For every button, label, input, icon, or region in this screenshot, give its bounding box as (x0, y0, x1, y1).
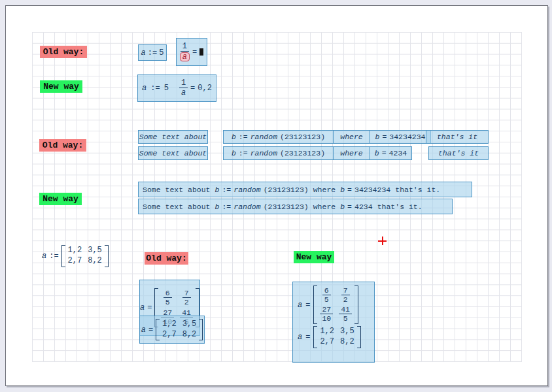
label-old-way-bottom[interactable]: Old way: (145, 252, 188, 265)
var-a: a (142, 84, 147, 93)
math-region-b-random[interactable]: b:=random(23123123) (223, 146, 334, 160)
assign-op: := (49, 252, 58, 261)
result-value: 34234234 (389, 133, 425, 141)
var-b: b (232, 133, 236, 141)
var-b: b (340, 203, 345, 211)
inline-region-row2[interactable]: Some text about b:=random(23123123) wher… (138, 199, 453, 214)
math-region-new-inline[interactable]: a:=5 1 a = 0,2 (137, 74, 216, 102)
matrix-cell: 2,7 (68, 257, 82, 266)
math-region-plain-matrix-overlapping[interactable]: a = 1,2 3,5 2,7 8,2 (139, 316, 205, 344)
value-5: 5 (164, 84, 169, 93)
var-b: b (340, 186, 345, 194)
text-part: where (313, 203, 336, 211)
numerator: 27 (320, 306, 333, 314)
math-part: b:=random(23123123) (215, 186, 309, 194)
assign-op: := (222, 186, 231, 194)
math-region-combined-results[interactable]: a = 65 72 2710 415 a = 1,2 3,5 (292, 282, 375, 363)
text-region[interactable]: Some text about (138, 146, 208, 160)
result-placeholder[interactable] (199, 48, 203, 56)
equals-sign: = (190, 84, 195, 93)
matrix-definition[interactable]: a := 1,2 3,5 2,7 8,2 (42, 245, 109, 267)
fraction: 1 a (180, 42, 190, 61)
var-b: b (375, 133, 379, 141)
matrix-cell: 8,2 (88, 257, 102, 266)
math-region-b-result[interactable]: b=34234234 (370, 130, 431, 144)
equals-sign: = (305, 333, 310, 342)
math-region-fraction-error[interactable]: 1 a = (176, 38, 207, 66)
result-value: 0,2 (198, 84, 212, 93)
equals-sign: = (347, 186, 352, 194)
text-region-overlapping[interactable]: that's it (426, 130, 489, 144)
text-part: that's it. (395, 186, 440, 194)
matrix-cell: 2,7 (320, 338, 334, 347)
bracket-right (105, 245, 109, 267)
var-a: a (141, 325, 146, 335)
assign-op: := (150, 84, 160, 93)
smath-worksheet: { "labels": { "old_top": "Old way:", "ne… (0, 0, 552, 392)
result-row: a = 1,2 3,5 2,7 8,2 (298, 326, 361, 348)
var-a: a (298, 333, 302, 342)
math-part: b=34234234 (340, 186, 390, 194)
math-region-b-random[interactable]: b:=random(23123123) (223, 130, 334, 144)
matrix: 1,2 3,5 2,7 8,2 (156, 319, 203, 341)
text-region[interactable]: where (333, 146, 370, 160)
error-undefined-variable[interactable]: a (180, 52, 190, 62)
text-part: where (313, 186, 336, 194)
equals-sign: = (305, 301, 310, 310)
matrix-cell: 3,5 (182, 320, 197, 329)
equals-sign: = (148, 325, 153, 335)
equals-sign: = (192, 48, 197, 57)
equals-sign: = (347, 203, 352, 211)
text-region[interactable]: that's it (428, 146, 489, 160)
fn-arg: (23123123) (264, 186, 309, 194)
worksheet-page: Old way: a:=5 1 a = New way a:=5 1 a = 0… (5, 5, 548, 386)
math-part: b:=random(23123123) (215, 203, 309, 211)
text-region[interactable]: Some text about (138, 130, 208, 144)
assign-op: := (148, 48, 157, 57)
result-row: a = 65 72 2710 415 (298, 286, 358, 324)
result-value: 4234 (354, 203, 373, 211)
fn-random: random (233, 203, 260, 211)
fn-random: random (233, 186, 260, 194)
numerator: 6 (164, 289, 172, 298)
matrix-cell: 8,2 (182, 331, 197, 340)
text-part: that's it. (377, 203, 423, 211)
assign-op: := (222, 203, 231, 211)
result-value: 4234 (389, 149, 407, 157)
fn-arg: (23123123) (280, 133, 325, 141)
label-new-way-bottom[interactable]: New way (294, 251, 334, 263)
text-part: Some text about (143, 186, 211, 194)
matrix: 1,2 3,5 2,7 8,2 (61, 245, 109, 267)
text-part: Some text about (143, 203, 211, 211)
denominator: 5 (342, 315, 349, 323)
value-5: 5 (159, 48, 164, 57)
label-old-way-mid[interactable]: Old way: (39, 139, 86, 152)
equals-sign: = (382, 149, 387, 157)
var-a: a (141, 48, 146, 57)
math-region-b-result[interactable]: b=4234 (370, 146, 412, 160)
var-b: b (215, 203, 220, 211)
denominator: 5 (323, 296, 330, 304)
denominator: 2 (183, 299, 190, 306)
equals-sign: = (147, 303, 152, 312)
label-new-way-top[interactable]: New way (40, 80, 82, 93)
var-a: a (298, 301, 302, 310)
fraction: 1 a (179, 79, 188, 97)
fn-arg: (23123123) (264, 203, 309, 211)
label-new-way-mid[interactable]: New way (39, 193, 82, 205)
bracket-right (354, 286, 358, 324)
var-a: a (42, 252, 46, 261)
assign-op: := (239, 133, 248, 141)
inline-region-row1[interactable]: Some text about b:=random(23123123) wher… (138, 182, 472, 197)
var-b: b (375, 149, 379, 157)
result-value: 34234234 (354, 186, 390, 194)
fn-arg: (23123123) (280, 149, 325, 157)
math-region-a-assign[interactable]: a:=5 (138, 44, 167, 61)
label-old-way-top[interactable]: Old way: (40, 46, 87, 58)
bracket-right (199, 319, 203, 341)
text-region[interactable]: where (333, 130, 370, 144)
numerator: 6 (322, 287, 331, 295)
matrix-cell: 8,2 (340, 338, 354, 347)
bracket-right (357, 326, 361, 348)
matrix-cell: 1,2 (68, 246, 82, 255)
